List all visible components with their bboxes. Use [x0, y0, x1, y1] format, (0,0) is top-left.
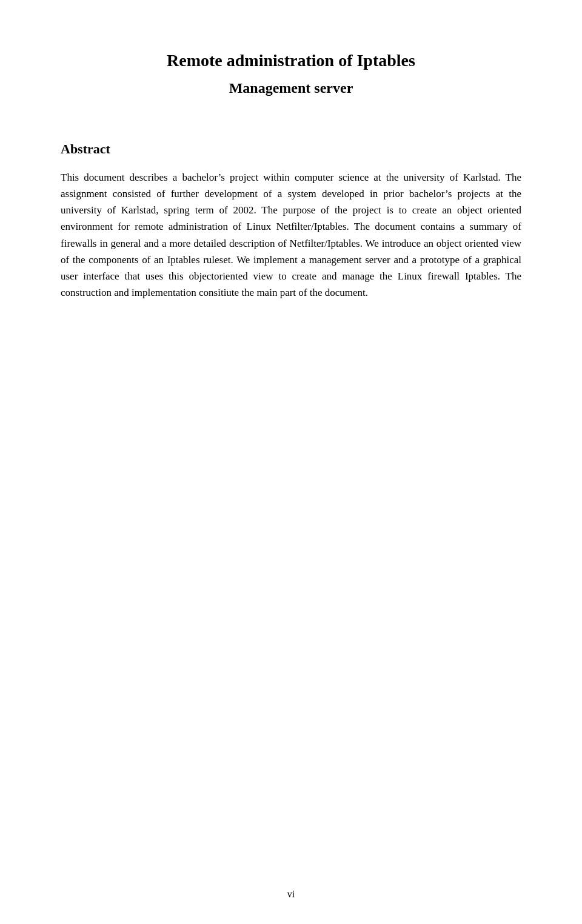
abstract-heading: Abstract	[61, 141, 521, 157]
page-number: vi	[287, 889, 295, 900]
abstract-body: This document describes a bachelor’s pro…	[61, 169, 521, 301]
abstract-paragraph-1: This document describes a bachelor’s pro…	[61, 169, 521, 301]
document-page: Remote administration of Iptables Manage…	[0, 0, 582, 924]
subtitle: Management server	[61, 78, 521, 99]
main-title: Remote administration of Iptables	[61, 49, 521, 72]
